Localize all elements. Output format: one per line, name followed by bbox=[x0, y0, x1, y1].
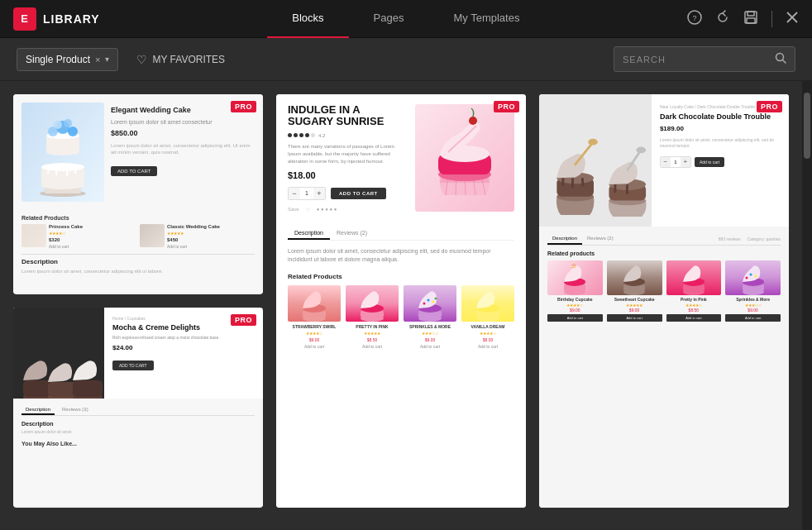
tab-blocks[interactable]: Blocks bbox=[267, 0, 348, 38]
card3-bottom: Description Reviews (2) 883 reviews Cate… bbox=[539, 227, 789, 328]
close-icon[interactable] bbox=[786, 11, 799, 27]
card3-desc: Lorem ipsum dolor sit amet, consectetur … bbox=[660, 137, 781, 150]
search-container bbox=[614, 46, 795, 72]
card3-rel-img-2 bbox=[607, 260, 662, 295]
card4-tab-desc[interactable]: Description bbox=[21, 405, 55, 415]
card2-save-row: Save ♡ ● ● ● ● ● bbox=[288, 207, 405, 212]
rel-img-2 bbox=[346, 285, 399, 322]
mocha-hero-image bbox=[13, 308, 104, 399]
card4-price: $24.00 bbox=[112, 344, 255, 351]
card4-top: Home / Cupcakes Mocha & Creme Delights R… bbox=[13, 308, 263, 399]
rel-addcart-4[interactable]: Add to cart bbox=[461, 344, 514, 349]
card2-price: $18.00 bbox=[288, 170, 405, 180]
card3-qty-increase[interactable]: + bbox=[681, 157, 690, 167]
card1-info: Elegant Wedding Cake Lorem ipsum dolor s… bbox=[111, 103, 255, 210]
filter-clear-icon[interactable]: × bbox=[95, 55, 100, 64]
rel-item-4: VANILLA DREAM ★★★★☆ $8.00 Add to cart bbox=[461, 285, 514, 349]
related-info-1: Princess Cake ★★★★☆ $320 Add to cart bbox=[49, 224, 136, 249]
related-thumb-2 bbox=[140, 224, 165, 247]
filter-dropdown[interactable]: Single Product × ▾ bbox=[17, 48, 118, 71]
card3-tabs-row: Description Reviews (2) 883 reviews Cate… bbox=[547, 233, 781, 246]
card4-desc-title: Description bbox=[21, 421, 255, 427]
card3-add-cart-button[interactable]: Add to cart bbox=[695, 157, 724, 167]
template-card-mocha[interactable]: PRO bbox=[13, 308, 263, 508]
template-card-cupcake[interactable]: PRO INDULGE IN ASUGARY SUNRISE bbox=[276, 94, 526, 508]
tab-description[interactable]: Description bbox=[288, 227, 330, 240]
card3-rel-item-4: Sprinkles & More ★★★☆☆ $9.00 Add to cart bbox=[725, 260, 781, 322]
qty-decrease[interactable]: − bbox=[289, 188, 300, 199]
header-tabs: Blocks Pages My Templates bbox=[125, 0, 687, 38]
save-icon[interactable] bbox=[743, 10, 758, 28]
help-icon[interactable]: ? bbox=[687, 10, 702, 28]
svg-point-20 bbox=[68, 127, 78, 136]
svg-point-53 bbox=[636, 146, 646, 153]
app-logo: E LIBRARY bbox=[13, 7, 100, 31]
rel-addcart-3[interactable]: Add to cart bbox=[404, 344, 456, 349]
pro-badge: PRO bbox=[231, 101, 256, 112]
quantity-selector: − 1 + bbox=[288, 187, 326, 200]
rel-price-3: $9.00 bbox=[404, 337, 456, 342]
desc-title: Description bbox=[21, 258, 255, 265]
card3-tab-reviews[interactable]: Reviews (2) bbox=[582, 233, 619, 245]
qty-increase[interactable]: + bbox=[313, 188, 325, 199]
related-products-title: Related Products bbox=[21, 215, 255, 221]
card3-rel-name-2: Sweetheart Cupcake bbox=[607, 297, 662, 302]
svg-text:?: ? bbox=[692, 14, 696, 22]
card2-body: INDULGE IN ASUGARY SUNRISE 4.2 Th bbox=[276, 94, 526, 508]
add-to-cart-label: ADD TO CART bbox=[111, 166, 157, 176]
card3-tab-desc[interactable]: Description bbox=[547, 233, 582, 245]
rel-item-2: PRETTY IN PINK ★★★★★ $8.50 Add to cart bbox=[346, 285, 399, 349]
scrollbar[interactable] bbox=[802, 81, 812, 530]
card3-rel-btn-4[interactable]: Add to cart bbox=[725, 314, 781, 322]
header-actions: ? bbox=[687, 10, 799, 28]
favorites-label: MY FAVORITES bbox=[152, 54, 225, 65]
search-input[interactable] bbox=[623, 54, 768, 65]
share-label: ♡ bbox=[306, 207, 310, 212]
template-card-wedding-cake[interactable]: PRO bbox=[13, 94, 263, 294]
related-addcart-2[interactable]: Add to cart bbox=[167, 244, 255, 249]
related-price-2: $450 bbox=[167, 237, 255, 242]
search-icon[interactable] bbox=[775, 52, 786, 66]
tab-pages[interactable]: Pages bbox=[349, 0, 429, 38]
refresh-icon[interactable] bbox=[715, 10, 730, 28]
rating-dots bbox=[288, 133, 315, 137]
card4-tagline: Rich espresso-infused cream atop a moist… bbox=[112, 335, 255, 341]
rel-name-3: SPRINKLES & MORE bbox=[404, 324, 456, 329]
add-to-cart-button[interactable]: ADD TO CART bbox=[331, 188, 386, 199]
logo-letter: E bbox=[21, 12, 29, 25]
svg-point-64 bbox=[749, 274, 752, 276]
rel-addcart-1[interactable]: Add to cart bbox=[288, 344, 341, 349]
card2-cart-row: − 1 + ADD TO CART bbox=[288, 187, 405, 200]
card3-rel-btn-2[interactable]: Add to cart bbox=[607, 314, 662, 322]
card3-qty-decrease[interactable]: − bbox=[661, 157, 671, 167]
rel-img-1 bbox=[288, 285, 341, 322]
header: E LIBRARY Blocks Pages My Templates ? bbox=[0, 0, 812, 38]
favorites-button[interactable]: ♡ MY FAVORITES bbox=[128, 48, 233, 71]
card3-top: Near Loyalty Cake / Dark Chocolate Doubl… bbox=[539, 94, 789, 227]
card4-add-cart[interactable]: ADD TO CART bbox=[112, 360, 154, 370]
template-card-chocolate[interactable]: PRO bbox=[539, 94, 789, 508]
svg-point-41 bbox=[435, 297, 437, 299]
pro-badge-3: PRO bbox=[757, 101, 782, 112]
card3-rating-row: 883 reviews Category: pastries bbox=[719, 236, 781, 241]
card3-rel-btn-1[interactable]: Add to cart bbox=[547, 314, 603, 322]
card4-bottom: Description Reviews (3) Description Lore… bbox=[13, 399, 263, 453]
card3-rel-btn-3[interactable]: Add to cart bbox=[666, 314, 722, 322]
card1-top: Elegant Wedding Cake Lorem ipsum dolor s… bbox=[21, 103, 255, 210]
card3-rel-price-2: $9.00 bbox=[607, 308, 662, 313]
tab-my-templates[interactable]: My Templates bbox=[428, 0, 544, 38]
rel-addcart-2[interactable]: Add to cart bbox=[346, 344, 399, 349]
tab-reviews[interactable]: Reviews (2) bbox=[330, 227, 374, 240]
card4-desc-section: Description Lorem ipsum dolor sit amet. bbox=[21, 421, 255, 436]
card4-tabs: Description Reviews (3) bbox=[21, 405, 255, 416]
svg-point-21 bbox=[54, 121, 62, 129]
scrollbar-thumb[interactable] bbox=[804, 93, 810, 159]
related-addcart-1[interactable]: Add to cart bbox=[49, 244, 136, 249]
rel-name-1: STRAWBERRY SWIRL bbox=[288, 324, 341, 329]
rel-price-4: $8.00 bbox=[461, 337, 514, 342]
related-item-2: Classic Wedding Cake ★★★★★ $450 Add to c… bbox=[140, 224, 255, 249]
card4-tab-reviews[interactable]: Reviews (3) bbox=[58, 405, 93, 415]
card3-rel-img-3 bbox=[666, 260, 722, 295]
card3-body: Near Loyalty Cake / Dark Chocolate Doubl… bbox=[539, 94, 789, 508]
svg-point-38 bbox=[423, 302, 426, 304]
